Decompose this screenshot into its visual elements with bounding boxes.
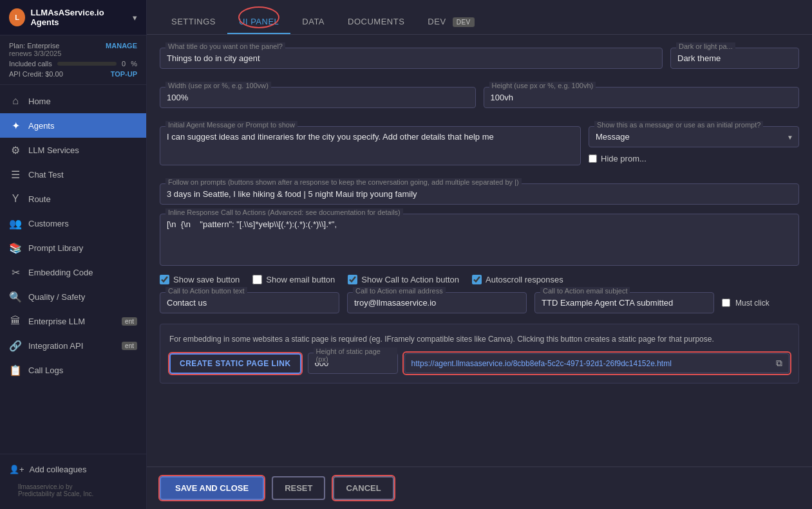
inline-field: Inline Response Call to Actions (Advance… bbox=[160, 214, 799, 266]
height-field: Height (use px or %, e.g. 100vh) bbox=[484, 87, 800, 108]
dark-light-label: Dark or light pa... bbox=[676, 42, 735, 50]
cta-subject-field: Call to Action email subject bbox=[534, 292, 714, 313]
cta-text-wrap: Call to Action button text bbox=[160, 292, 339, 313]
autoscroll-item[interactable]: Autoscroll responses bbox=[472, 275, 563, 284]
checkboxes-row: Show save button Show email button Show … bbox=[160, 275, 799, 284]
call-logs-icon: 📋 bbox=[9, 364, 22, 376]
agents-icon: ✦ bbox=[9, 119, 22, 132]
prompt-library-icon: 📚 bbox=[9, 241, 22, 254]
customers-icon: 👥 bbox=[9, 217, 22, 230]
show-as-select[interactable]: Message Initial Prompt bbox=[596, 132, 792, 142]
sidebar-item-customers[interactable]: 👥 Customers bbox=[0, 211, 146, 236]
sidebar-nav: ⌂ Home ✦ Agents ⚙ LLM Services ☰ Chat Te… bbox=[0, 85, 146, 454]
create-static-button[interactable]: CREATE STATIC PAGE LINK bbox=[169, 353, 301, 374]
sidebar-item-label: Enterprise LLM bbox=[28, 317, 85, 326]
hide-prom-checkbox[interactable] bbox=[589, 154, 597, 163]
cancel-button[interactable]: CANCEL bbox=[333, 476, 393, 500]
must-click-label: Must click bbox=[735, 299, 770, 308]
cta-email-input[interactable] bbox=[354, 298, 520, 308]
followon-label: Follow on prompts (buttons shown after a… bbox=[165, 178, 522, 186]
show-save-btn-item[interactable]: Show save button bbox=[160, 275, 240, 284]
sidebar-item-agents[interactable]: ✦ Agents bbox=[0, 113, 146, 138]
title-field: What title do you want on the panel? bbox=[160, 48, 663, 69]
sidebar-item-label: Call Logs bbox=[28, 366, 63, 375]
autoscroll-checkbox[interactable] bbox=[472, 275, 482, 284]
sidebar-item-label: Prompt Library bbox=[28, 243, 83, 253]
footer-bar: SAVE AND CLOSE RESET CANCEL bbox=[147, 467, 812, 509]
brand-arrow-icon: ▾ bbox=[133, 13, 137, 23]
initial-msg-textarea[interactable] bbox=[167, 132, 574, 158]
sidebar-brand: LLMAsAService.io Agents bbox=[30, 8, 125, 27]
sidebar-item-chat-test[interactable]: ☰ Chat Test bbox=[0, 162, 146, 187]
sidebar-item-route[interactable]: Y Route bbox=[0, 187, 146, 211]
cta-text-input[interactable] bbox=[167, 298, 332, 308]
sidebar-item-call-logs[interactable]: 📋 Call Logs bbox=[0, 358, 146, 382]
tab-data[interactable]: DATA bbox=[290, 10, 336, 34]
tabs-bar: SETTINGS UI PANEL DATA DOCUMENTS DEV DEV bbox=[147, 0, 812, 35]
enterprise-llm-icon: 🏛 bbox=[9, 315, 22, 328]
show-save-label: Show save button bbox=[173, 275, 240, 284]
title-input[interactable] bbox=[167, 53, 656, 63]
sidebar-footer: 👤+ Add colleagues llmasaservice.io byPre… bbox=[0, 454, 146, 509]
sidebar-item-prompt-library[interactable]: 📚 Prompt Library bbox=[0, 236, 146, 260]
copy-url-icon[interactable]: ⧉ bbox=[776, 358, 782, 369]
calls-percent: 0 bbox=[122, 60, 126, 68]
show-as-field-wrap: Show this as a message or use as an init… bbox=[589, 126, 799, 165]
route-icon: Y bbox=[9, 192, 22, 205]
manage-link[interactable]: MANAGE bbox=[106, 42, 137, 50]
initial-msg-field-wrap: Initial Agent Message or Prompt to show bbox=[160, 126, 581, 165]
static-info-text: For embedding in some websites a static … bbox=[169, 333, 789, 345]
width-field-wrap: Width (use px or %, e.g. 100vw) bbox=[160, 87, 476, 108]
dark-light-field-wrap: Dark or light pa... bbox=[670, 48, 799, 69]
sidebar-item-integration-api[interactable]: 🔗 Integration API ent bbox=[0, 333, 146, 358]
enterprise-badge: ent bbox=[122, 317, 137, 326]
show-save-checkbox[interactable] bbox=[160, 275, 169, 284]
cta-email-wrap: Call to Action email address bbox=[347, 292, 527, 313]
followon-input[interactable] bbox=[167, 189, 792, 199]
static-height-field: Height of static page (px) bbox=[308, 353, 398, 374]
show-email-checkbox[interactable] bbox=[252, 275, 262, 284]
tab-ui-panel[interactable]: UI PANEL bbox=[227, 10, 290, 34]
tab-settings[interactable]: SETTINGS bbox=[160, 10, 227, 34]
sidebar-item-quality-safety[interactable]: 🔍 Quality / Safety bbox=[0, 284, 146, 309]
height-input[interactable] bbox=[491, 93, 793, 102]
sidebar-item-embedding-code[interactable]: ✂ Embedding Code bbox=[0, 260, 146, 284]
sidebar-item-label: Customers bbox=[28, 219, 69, 228]
static-height-label: Height of static page (px) bbox=[314, 347, 397, 363]
autoscroll-label: Autoscroll responses bbox=[486, 275, 563, 284]
calls-label: Included calls bbox=[9, 60, 52, 68]
sidebar-item-home[interactable]: ⌂ Home bbox=[0, 89, 146, 113]
show-cta-btn-item[interactable]: Show Call to Action button bbox=[348, 275, 459, 284]
inline-textarea[interactable]: [\n {\n "pattern": "[.\\s]*yelp\\[(.*):(… bbox=[167, 219, 792, 258]
quality-safety-icon: 🔍 bbox=[9, 290, 22, 303]
reset-button[interactable]: RESET bbox=[272, 476, 325, 500]
top-up-link[interactable]: TOP-UP bbox=[111, 70, 137, 78]
avatar: L bbox=[9, 8, 25, 26]
sidebar-item-label: Chat Test bbox=[28, 170, 64, 180]
show-email-label: Show email button bbox=[266, 275, 335, 284]
title-label: What title do you want on the panel? bbox=[165, 42, 285, 50]
save-close-button[interactable]: SAVE AND CLOSE bbox=[160, 476, 264, 500]
static-url-display: https://agent.llmasaservice.io/8cbb8efa-… bbox=[404, 353, 789, 373]
home-icon: ⌂ bbox=[9, 95, 22, 107]
dark-light-field: Dark or light pa... bbox=[670, 48, 799, 69]
must-click-checkbox[interactable] bbox=[722, 299, 730, 307]
dark-light-input[interactable] bbox=[677, 53, 792, 63]
show-email-btn-item[interactable]: Show email button bbox=[252, 275, 335, 284]
tab-dev[interactable]: DEV DEV bbox=[416, 10, 486, 34]
show-cta-checkbox[interactable] bbox=[348, 275, 357, 284]
static-url-text: https://agent.llmasaservice.io/8cbb8efa-… bbox=[411, 359, 771, 368]
add-colleagues-button[interactable]: 👤+ Add colleagues bbox=[9, 461, 137, 478]
width-input[interactable] bbox=[167, 93, 469, 102]
show-cta-label: Show Call to Action button bbox=[361, 275, 459, 284]
cta-subject-wrap: Call to Action email subject bbox=[534, 292, 714, 313]
tab-documents[interactable]: DOCUMENTS bbox=[336, 10, 416, 34]
plan-renews: renews 3/3/2025 bbox=[9, 50, 137, 57]
sidebar-item-enterprise-llm[interactable]: 🏛 Enterprise LLM ent bbox=[0, 309, 146, 333]
sidebar-item-label: LLM Services bbox=[28, 145, 79, 155]
show-as-label: Show this as a message or use as an init… bbox=[594, 121, 763, 129]
show-as-field: Show this as a message or use as an init… bbox=[589, 126, 799, 147]
cta-subject-input[interactable] bbox=[542, 298, 707, 308]
sidebar: L LLMAsAService.io Agents ▾ Plan: Enterp… bbox=[0, 0, 147, 509]
sidebar-item-llm-services[interactable]: ⚙ LLM Services bbox=[0, 138, 146, 162]
